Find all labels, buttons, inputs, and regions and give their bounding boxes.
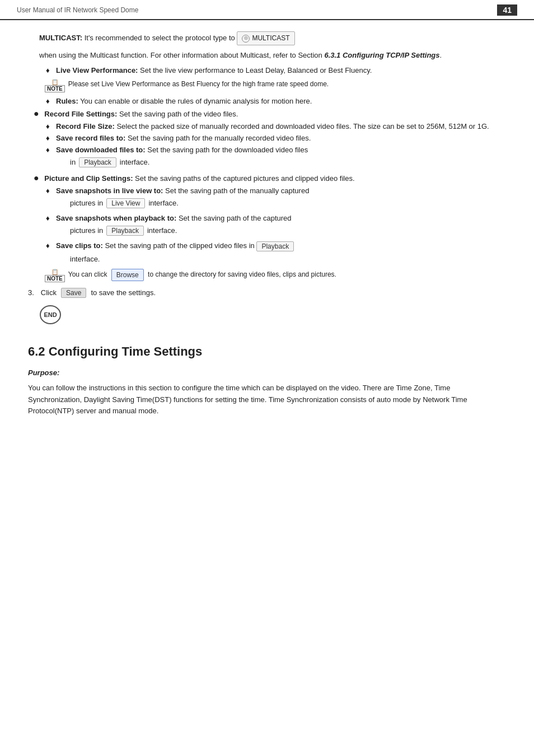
- step-number: 3.: [28, 288, 34, 297]
- record-file-bold: Record File Settings:: [44, 110, 117, 118]
- record-file-size-text: Select the packed size of manually recor…: [116, 122, 489, 130]
- save-snapshots-live-bold: Save snapshots in live view to:: [56, 186, 163, 195]
- interface-text-4: interface.: [70, 255, 100, 263]
- purpose-label: Purpose:: [28, 367, 506, 379]
- note-badge-1: NOTE: [45, 85, 65, 92]
- note-text2-part2: to change the directory for saving video…: [148, 270, 336, 278]
- save-snapshots-playback-bold: Save snapshots when playback to:: [56, 214, 176, 222]
- picture-clip-text: Set the saving paths of the captured pic…: [135, 174, 354, 183]
- note-text-1: Please set Live View Performance as Best…: [68, 79, 506, 89]
- multicast-button-label: MULTICAST: [252, 33, 289, 44]
- save-clips-text: Set the saving path of the clipped video…: [105, 241, 256, 250]
- note-icon-small-2: 📋: [51, 269, 58, 275]
- picture-clip-bold: Picture and Clip Settings:: [44, 174, 133, 183]
- live-view-bold: Live View Performance:: [56, 66, 138, 74]
- playback-button-2[interactable]: Playback: [106, 226, 144, 236]
- note-badge-2: NOTE: [45, 275, 65, 282]
- multicast-text1: It's recommended to select the protocol …: [85, 34, 237, 42]
- in-text-1: in: [70, 158, 76, 166]
- playback-interface-row-1: in Playback interface.: [70, 157, 506, 167]
- step-click-text: Click: [41, 288, 57, 297]
- live-view-text: Set the live view performance to Least D…: [140, 66, 372, 74]
- svg-text:END: END: [44, 311, 57, 318]
- multicast-section: MULTICAST: It's recommended to select th…: [39, 31, 506, 62]
- record-file-size-bold: Record File Size:: [56, 122, 115, 130]
- playback-button-1[interactable]: Playback: [79, 157, 116, 167]
- bullet-circle-icon: ●: [34, 109, 39, 118]
- save-record-text: Set the saving path for the manually rec…: [128, 134, 311, 142]
- browse-button[interactable]: Browse: [111, 269, 144, 281]
- note-icon-small: 📋: [51, 79, 58, 85]
- rules-section: Rules: You can enable or disable the rul…: [56, 97, 506, 105]
- section-heading: 6.2 Configuring Time Settings: [28, 344, 506, 359]
- record-file-size: Record File Size: Select the packed size…: [56, 122, 506, 130]
- record-file-text: Set the saving path of the video files.: [119, 110, 238, 118]
- step-3: 3. Click Save to save the settings.: [28, 288, 506, 298]
- playback-interface-row-2: pictures in Playback interface.: [70, 226, 506, 236]
- note-icon-wrapper-1: 📋 NOTE: [45, 79, 65, 92]
- save-downloaded-files: Save downloaded files to: Set the saving…: [56, 146, 506, 154]
- bullet-circle-icon-2: ●: [34, 173, 39, 183]
- page-header: User Manual of IR Network Speed Dome 41: [0, 0, 534, 20]
- step-save-text: to save the settings.: [91, 288, 156, 297]
- page-container: User Manual of IR Network Speed Dome 41 …: [0, 0, 534, 438]
- interface-text-3: interface.: [147, 226, 177, 235]
- section-link: 6.3.1 Configuring TCP/IP Settings: [324, 51, 439, 59]
- page-number: 41: [497, 4, 517, 16]
- record-file-settings-bullet: ● Record File Settings: Set the saving p…: [34, 109, 506, 119]
- save-downloaded-text: Set the saving path for the downloaded v…: [147, 146, 308, 154]
- pictures-in-2: pictures in: [70, 226, 103, 235]
- save-button[interactable]: Save: [61, 288, 86, 298]
- picture-clip-settings-bullet: ● Picture and Clip Settings: Set the sav…: [34, 173, 506, 183]
- purpose-text: You can follow the instructions in this …: [28, 382, 506, 417]
- end-icon-wrapper: END: [39, 304, 506, 328]
- save-snapshots-live: Save snapshots in live view to: Set the …: [56, 186, 506, 195]
- live-view-button[interactable]: Live View: [106, 198, 145, 208]
- save-clips: Save clips to: Set the saving path of th…: [56, 241, 506, 251]
- pictures-in-1: pictures in: [70, 199, 103, 207]
- interface-row-4: interface.: [70, 255, 506, 263]
- note-block-1: 📋 NOTE Please set Live View Performance …: [45, 79, 506, 92]
- save-snapshots-playback: Save snapshots when playback to: Set the…: [56, 214, 506, 222]
- interface-text-2: interface.: [148, 199, 178, 207]
- main-content: MULTICAST: It's recommended to select th…: [0, 26, 534, 438]
- end-icon: END: [39, 304, 62, 326]
- save-snapshots-live-text: Set the saving path of the manually capt…: [165, 186, 309, 195]
- playback-button-3[interactable]: Playback: [256, 241, 294, 251]
- save-snapshots-playback-text: Set the saving path of the captured: [179, 214, 292, 222]
- rules-text: You can enable or disable the rules of d…: [80, 97, 312, 105]
- live-view-interface-row: pictures in Live View interface.: [70, 198, 506, 208]
- note-text-2: You can click Browse to change the direc…: [68, 269, 506, 281]
- note-icon-wrapper-2: 📋 NOTE: [45, 269, 65, 282]
- multicast-icon: ◎: [242, 35, 250, 43]
- note-block-2: 📋 NOTE You can click Browse to change th…: [45, 269, 506, 282]
- interface-text-1: interface.: [120, 158, 149, 166]
- save-record-bold: Save record files to:: [56, 134, 125, 142]
- multicast-text2: when using the Multicast function. For o…: [39, 50, 506, 62]
- save-downloaded-bold: Save downloaded files to:: [56, 146, 146, 154]
- multicast-button[interactable]: ◎ MULTICAST: [237, 31, 294, 45]
- note-text2-part1: You can click: [68, 270, 107, 278]
- multicast-paragraph: MULTICAST: It's recommended to select th…: [39, 31, 506, 45]
- multicast-bold: MULTICAST:: [39, 34, 82, 42]
- save-clips-bold: Save clips to:: [56, 241, 103, 250]
- rules-bold: Rules:: [56, 97, 78, 105]
- save-record-files: Save record files to: Set the saving pat…: [56, 134, 506, 142]
- manual-title: User Manual of IR Network Speed Dome: [17, 6, 138, 14]
- live-view-performance: Live View Performance: Set the live view…: [56, 66, 506, 74]
